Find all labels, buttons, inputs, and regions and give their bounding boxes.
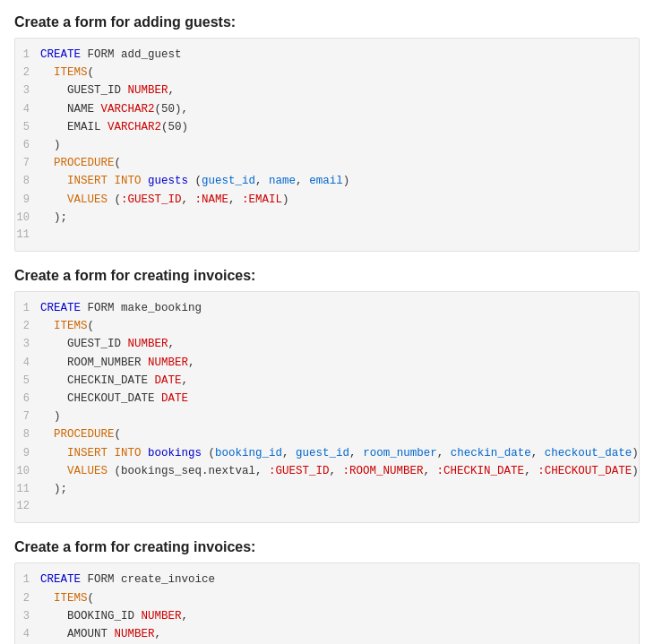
line-number: 9 bbox=[15, 445, 40, 462]
line-content: GUEST_ID NUMBER, bbox=[40, 335, 632, 353]
line-content: ) bbox=[40, 408, 632, 425]
code-token: NUMBER bbox=[128, 338, 168, 350]
code-token: make_booking bbox=[121, 302, 202, 314]
code-line: 8 INSERT INTO guests (guest_id, name, em… bbox=[15, 172, 639, 190]
line-number: 9 bbox=[15, 192, 40, 209]
code-token: , bbox=[531, 447, 545, 459]
code-line: 3 GUEST_ID NUMBER, bbox=[15, 335, 639, 353]
code-token: VARCHAR2 bbox=[101, 103, 155, 116]
code-block-1: 1CREATE FORM make_booking2 ITEMS(3 GUEST… bbox=[14, 291, 640, 523]
code-line: 10 ); bbox=[15, 209, 639, 227]
code-token: NAME bbox=[40, 103, 101, 116]
code-line: 12 bbox=[15, 498, 639, 515]
code-token: room_number bbox=[363, 447, 437, 459]
line-number: 2 bbox=[15, 64, 40, 82]
line-number: 10 bbox=[15, 210, 40, 227]
line-content: NAME VARCHAR2(50), bbox=[40, 100, 632, 118]
code-line: 7 PROCEDURE( bbox=[15, 154, 639, 172]
line-number: 4 bbox=[15, 626, 40, 643]
code-line: 9 INSERT INTO bookings (booking_id, gues… bbox=[15, 444, 639, 462]
code-line: 5 EMAIL VARCHAR2(50) bbox=[15, 118, 639, 136]
code-token: PROCEDURE bbox=[40, 428, 115, 441]
line-content: EMAIL VARCHAR2(50) bbox=[40, 118, 632, 136]
code-token: NUMBER bbox=[142, 610, 182, 623]
line-content: CHECKOUT_DATE DATE bbox=[40, 390, 632, 408]
code-token: , bbox=[424, 465, 437, 477]
line-number: 4 bbox=[15, 101, 40, 118]
code-token: :GUEST_ID bbox=[121, 193, 182, 206]
code-token: INSERT bbox=[40, 175, 115, 187]
code-token: :NAME bbox=[195, 193, 229, 206]
code-token: ) bbox=[632, 447, 639, 459]
code-token: DATE bbox=[155, 374, 182, 387]
code-token: , bbox=[330, 465, 343, 477]
code-token: AMOUNT bbox=[40, 628, 115, 640]
code-token: , bbox=[524, 465, 538, 477]
code-token: ( bbox=[88, 320, 95, 332]
code-line: 4 NAME VARCHAR2(50), bbox=[15, 100, 639, 118]
code-line: 11 ); bbox=[15, 480, 639, 498]
code-token: guests bbox=[148, 175, 188, 187]
line-number: 8 bbox=[15, 173, 40, 190]
code-token: name bbox=[269, 175, 296, 187]
code-token: INTO bbox=[115, 175, 149, 187]
line-content: GUEST_ID NUMBER, bbox=[40, 82, 632, 99]
line-number: 6 bbox=[15, 391, 40, 408]
code-token: ) bbox=[40, 139, 61, 151]
code-token: CREATE bbox=[40, 48, 81, 61]
line-content: ITEMS( bbox=[40, 589, 632, 607]
code-token: bookings bbox=[148, 447, 202, 459]
code-token: ( bbox=[188, 175, 202, 187]
code-token: , bbox=[155, 628, 162, 640]
code-token: :GUEST_ID bbox=[269, 465, 330, 477]
line-content: INSERT INTO guests (guest_id, name, emai… bbox=[40, 172, 632, 190]
line-content: VALUES (bookings_seq.nextval, :GUEST_ID,… bbox=[40, 462, 639, 480]
code-token: :CHECKIN_DATE bbox=[437, 465, 525, 477]
code-token: FORM bbox=[81, 48, 121, 61]
code-token: CREATE bbox=[40, 302, 81, 314]
code-token: ) bbox=[282, 193, 289, 206]
code-token: ( bbox=[115, 193, 122, 206]
code-token: , bbox=[349, 447, 363, 459]
line-number: 6 bbox=[15, 137, 40, 154]
line-number: 11 bbox=[15, 481, 40, 498]
code-token: ); bbox=[40, 483, 67, 495]
line-number: 8 bbox=[15, 426, 40, 443]
code-line: 4 AMOUNT NUMBER, bbox=[15, 625, 639, 643]
line-content: AMOUNT NUMBER, bbox=[40, 625, 632, 643]
code-token: FORM bbox=[81, 573, 121, 586]
code-token: , bbox=[182, 374, 189, 387]
code-token: , bbox=[182, 193, 195, 206]
code-token: NUMBER bbox=[115, 628, 155, 640]
code-token: ITEMS bbox=[40, 320, 88, 332]
code-line: 6 ) bbox=[15, 136, 639, 154]
code-line: 6 CHECKOUT_DATE DATE bbox=[15, 390, 639, 408]
code-token: , bbox=[255, 175, 269, 187]
code-token: guest_id bbox=[202, 175, 255, 187]
code-token: CHECKIN_DATE bbox=[40, 374, 155, 387]
code-line: 9 VALUES (:GUEST_ID, :NAME, :EMAIL) bbox=[15, 191, 639, 209]
code-token: , bbox=[228, 193, 242, 206]
line-content: ); bbox=[40, 480, 632, 498]
line-number: 1 bbox=[15, 571, 40, 588]
line-number: 12 bbox=[15, 498, 40, 515]
code-token: GUEST_ID bbox=[40, 338, 128, 350]
line-number: 7 bbox=[15, 155, 40, 172]
line-number: 2 bbox=[15, 318, 40, 335]
code-token: ITEMS bbox=[40, 592, 88, 605]
line-content: CREATE FORM add_guest bbox=[40, 46, 632, 64]
code-line: 11 bbox=[15, 227, 639, 244]
code-token: EMAIL bbox=[40, 121, 108, 133]
code-token: , bbox=[168, 338, 176, 350]
code-token: :CHECKOUT_DATE bbox=[538, 465, 632, 477]
code-token: booking_id bbox=[215, 447, 282, 459]
code-token: ( bbox=[88, 66, 95, 79]
line-number: 11 bbox=[15, 227, 40, 244]
line-content: VALUES (:GUEST_ID, :NAME, :EMAIL) bbox=[40, 191, 632, 209]
code-token: (50), bbox=[155, 103, 189, 116]
code-token: INTO bbox=[115, 447, 149, 459]
code-token: ( bbox=[88, 592, 95, 605]
code-line: 2 ITEMS( bbox=[15, 64, 639, 82]
code-token: ( bbox=[115, 157, 122, 169]
line-content: CHECKIN_DATE DATE, bbox=[40, 372, 632, 390]
